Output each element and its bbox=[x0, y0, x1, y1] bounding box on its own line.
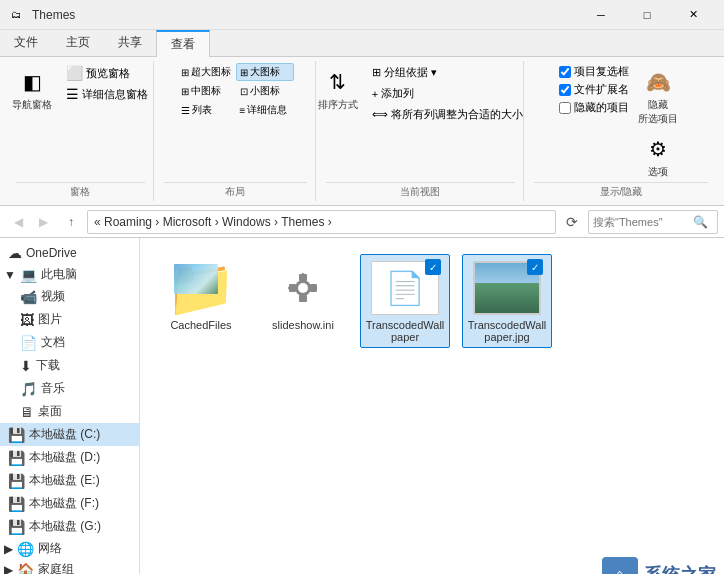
large-label: 大图标 bbox=[250, 65, 280, 79]
search-input[interactable] bbox=[593, 216, 693, 228]
view-list[interactable]: ☰ 列表 bbox=[177, 101, 235, 119]
panes-group-label: 窗格 bbox=[16, 182, 145, 199]
current-view-content: ⇅ 排序方式 ⊞ 分组依据 ▾ + 添加列 ⟺ 将所有列调整为合 bbox=[313, 63, 528, 182]
file-item-slideshow[interactable]: slideshow.ini bbox=[258, 254, 348, 348]
back-button[interactable]: ◀ bbox=[6, 210, 30, 234]
sidebar-item-pictures[interactable]: 🖼 图片 bbox=[0, 308, 139, 331]
sort-button[interactable]: ⇅ 排序方式 bbox=[313, 63, 363, 115]
wallpaper-thumb: ✓ 📄 bbox=[369, 259, 441, 317]
sidebar-item-video[interactable]: 📹 视频 bbox=[0, 285, 139, 308]
address-path[interactable]: « Roaming › Microsoft › Windows › Themes… bbox=[87, 210, 556, 234]
close-button[interactable]: ✕ bbox=[670, 0, 716, 30]
video-icon: 📹 bbox=[20, 289, 37, 305]
c-drive-label: 本地磁盘 (C:) bbox=[29, 426, 100, 443]
refresh-button[interactable]: ⟳ bbox=[560, 210, 584, 234]
tab-home[interactable]: 主页 bbox=[52, 30, 104, 56]
forward-button[interactable]: ▶ bbox=[31, 210, 55, 234]
f-drive-label: 本地磁盘 (F:) bbox=[29, 495, 99, 512]
file-item-wallpaper-jpg[interactable]: ✓ TranscodedWallpaper.jpg bbox=[462, 254, 552, 348]
fit-columns-button[interactable]: ⟺ 将所有列调整为合适的大小 bbox=[367, 105, 528, 124]
document-icon: 📄 bbox=[385, 269, 425, 307]
sidebar-item-e-drive[interactable]: 💾 本地磁盘 (E:) bbox=[0, 469, 139, 492]
check-mark-jpg: ✓ bbox=[527, 259, 543, 275]
e-drive-label: 本地磁盘 (E:) bbox=[29, 472, 100, 489]
medium-label: 中图标 bbox=[191, 84, 221, 98]
add-column-label: 添加列 bbox=[381, 86, 414, 101]
tab-share[interactable]: 共享 bbox=[104, 30, 156, 56]
view-small[interactable]: ⊡ 小图标 bbox=[236, 82, 294, 100]
sidebar-item-f-drive[interactable]: 💾 本地磁盘 (F:) bbox=[0, 492, 139, 515]
wallpaper-name: TranscodedWallpaper bbox=[365, 319, 445, 343]
maximize-button[interactable]: □ bbox=[624, 0, 670, 30]
settings-file-icon bbox=[276, 261, 330, 315]
ext-checkbox[interactable] bbox=[559, 84, 571, 96]
docs-icon: 📄 bbox=[20, 335, 37, 351]
search-box[interactable]: 🔍 bbox=[588, 210, 718, 234]
ext-checkbox-row[interactable]: 文件扩展名 bbox=[559, 82, 629, 97]
sort-label: 排序方式 bbox=[318, 98, 358, 112]
view-options-column: ⊞ 分组依据 ▾ + 添加列 ⟺ 将所有列调整为合适的大小 bbox=[367, 63, 528, 124]
fit-columns-icon: ⟺ bbox=[372, 108, 388, 121]
view-medium[interactable]: ⊞ 中图标 bbox=[177, 82, 235, 100]
nav-pane-label: 导航窗格 bbox=[12, 98, 52, 112]
sidebar-item-music[interactable]: 🎵 音乐 bbox=[0, 377, 139, 400]
group-by-icon: ⊞ bbox=[372, 66, 381, 79]
list-icon: ☰ bbox=[181, 105, 190, 116]
file-item-cached-files[interactable]: 📁 CachedFiles bbox=[156, 254, 246, 348]
preview-pane-label: 预览窗格 bbox=[86, 66, 130, 81]
up-button[interactable]: ↑ bbox=[59, 210, 83, 234]
nav-pane-button[interactable]: ◧ 导航窗格 bbox=[7, 63, 57, 115]
file-area: 📁 CachedFiles bbox=[140, 238, 724, 574]
hide-icon: 🙈 bbox=[642, 66, 674, 98]
view-large[interactable]: ⊞ 大图标 bbox=[236, 63, 294, 81]
sort-icon: ⇅ bbox=[322, 66, 354, 98]
downloads-icon: ⬇ bbox=[20, 358, 32, 374]
hidden-checkbox[interactable] bbox=[559, 102, 571, 114]
sidebar-item-g-drive[interactable]: 💾 本地磁盘 (G:) bbox=[0, 515, 139, 538]
svg-rect-3 bbox=[299, 295, 307, 302]
group-by-button[interactable]: ⊞ 分组依据 ▾ bbox=[367, 63, 528, 82]
panes-buttons: ◧ 导航窗格 bbox=[7, 63, 57, 115]
nav-pane-icon: ◧ bbox=[16, 66, 48, 98]
tab-file[interactable]: 文件 bbox=[0, 30, 52, 56]
sidebar-item-downloads[interactable]: ⬇ 下载 bbox=[0, 354, 139, 377]
view-detail[interactable]: ≡ 详细信息 bbox=[236, 101, 294, 119]
minimize-button[interactable]: ─ bbox=[578, 0, 624, 30]
preview-pane-icon: ⬜ bbox=[66, 65, 83, 81]
network-label: 网络 bbox=[38, 540, 62, 557]
file-item-wallpaper[interactable]: ✓ 📄 TranscodedWallpaper bbox=[360, 254, 450, 348]
watermark-text: 系统之家 bbox=[644, 563, 716, 574]
layout-content: ⊞ 超大图标 ⊞ 大图标 ⊞ 中图标 ⊡ 小图标 bbox=[177, 63, 294, 182]
sidebar-item-homegroup[interactable]: ▶ 🏠 家庭组 bbox=[0, 559, 139, 574]
item-checkbox-row[interactable]: 项目复选框 bbox=[559, 64, 629, 79]
sidebar-item-c-drive[interactable]: 💾 本地磁盘 (C:) bbox=[0, 423, 139, 446]
add-column-button[interactable]: + 添加列 bbox=[367, 84, 528, 103]
homegroup-icon: 🏠 bbox=[17, 562, 34, 575]
add-column-icon: + bbox=[372, 88, 378, 100]
address-bar: ◀ ▶ ↑ « Roaming › Microsoft › Windows › … bbox=[0, 206, 724, 238]
sidebar-item-network[interactable]: ▶ 🌐 网络 bbox=[0, 538, 139, 559]
detail-pane-button[interactable]: ☰ 详细信息窗格 bbox=[61, 84, 153, 104]
svg-rect-5 bbox=[310, 284, 317, 292]
group-current-view: ⇅ 排序方式 ⊞ 分组依据 ▾ + 添加列 ⟺ 将所有列调整为合 bbox=[318, 61, 524, 201]
preview-pane-button[interactable]: ⬜ 预览窗格 bbox=[61, 63, 153, 83]
slideshow-thumb bbox=[267, 259, 339, 317]
homegroup-arrow: ▶ bbox=[4, 563, 13, 575]
sidebar-item-this-pc[interactable]: ▼ 💻 此电脑 bbox=[0, 264, 139, 285]
detail-pane-label: 详细信息窗格 bbox=[82, 87, 148, 102]
view-extra-large[interactable]: ⊞ 超大图标 bbox=[177, 63, 235, 81]
hide-btn-column: 🙈 隐藏所选项目 ⚙ 选项 bbox=[633, 63, 683, 182]
options-button[interactable]: ⚙ 选项 bbox=[633, 130, 683, 182]
sidebar-item-d-drive[interactable]: 💾 本地磁盘 (D:) bbox=[0, 446, 139, 469]
hide-selected-button[interactable]: 🙈 隐藏所选项目 bbox=[633, 63, 683, 129]
item-checkbox[interactable] bbox=[559, 66, 571, 78]
tab-view[interactable]: 查看 bbox=[156, 30, 210, 57]
current-view-group-label: 当前视图 bbox=[326, 182, 515, 199]
sidebar-item-onedrive[interactable]: ☁ OneDrive bbox=[0, 242, 139, 264]
sidebar-item-desktop[interactable]: 🖥 桌面 bbox=[0, 400, 139, 423]
sidebar-item-docs[interactable]: 📄 文档 bbox=[0, 331, 139, 354]
desktop-label: 桌面 bbox=[38, 403, 62, 420]
watermark: ⌂ 系统之家 bbox=[602, 557, 716, 574]
fit-columns-label: 将所有列调整为合适的大小 bbox=[391, 107, 523, 122]
hidden-checkbox-row[interactable]: 隐藏的项目 bbox=[559, 100, 629, 115]
